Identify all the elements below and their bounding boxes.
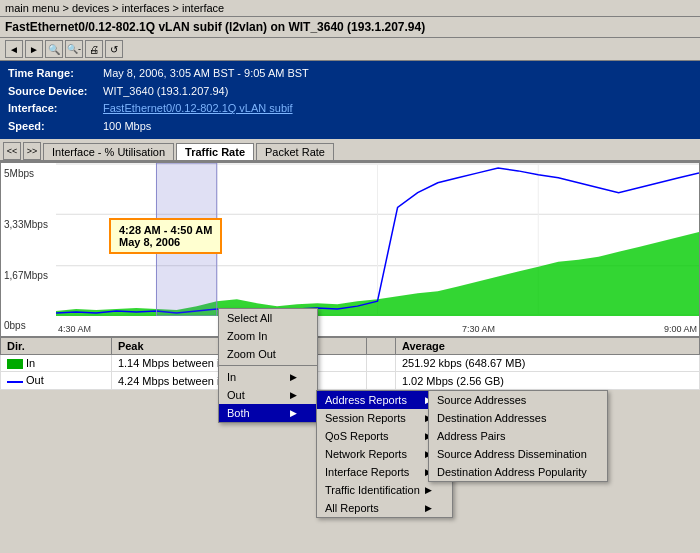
info-panel: Time Range: May 8, 2006, 3:05 AM BST - 9… bbox=[0, 61, 700, 139]
back-icon[interactable]: ◄ bbox=[5, 40, 23, 58]
legend-green bbox=[7, 359, 23, 369]
y-label-333mbps: 3,33Mbps bbox=[4, 219, 53, 230]
data-table: Dir. Peak Average In 1.14 Mbps between i… bbox=[0, 337, 700, 389]
col-average: Average bbox=[395, 338, 699, 355]
source-device-label: Source Device: bbox=[8, 83, 98, 101]
breadcrumb: main menu > devices > interfaces > inter… bbox=[0, 0, 700, 17]
menu-zoom-out[interactable]: Zoom Out bbox=[219, 345, 317, 363]
y-label-5mbps: 5Mbps bbox=[4, 168, 53, 179]
zoom-in-icon[interactable]: 🔍 bbox=[45, 40, 63, 58]
legend-blue bbox=[7, 381, 23, 383]
tab-packet-rate[interactable]: Packet Rate bbox=[256, 143, 334, 160]
tab-interface-utilisation[interactable]: Interface - % Utilisation bbox=[43, 143, 174, 160]
submenu-source-address-dissemination[interactable]: Source Address Dissemination bbox=[429, 445, 607, 463]
source-device-value: WIT_3640 (193.1.207.94) bbox=[103, 83, 228, 101]
row-in-spacer bbox=[366, 355, 395, 372]
submenu-traffic-identification[interactable]: Traffic Identification▶ bbox=[317, 481, 452, 499]
chart-area: 5Mbps 3,33Mbps 1,67Mbps 0bps 4:30 bbox=[0, 162, 700, 337]
row-out-dir: Out bbox=[1, 372, 112, 389]
chart-tooltip: 4:28 AM - 4:50 AM May 8, 2006 bbox=[109, 218, 222, 254]
row-in-average: 251.92 kbps (648.67 MB) bbox=[395, 355, 699, 372]
tooltip-line2: May 8, 2006 bbox=[119, 236, 212, 248]
tooltip-line1: 4:28 AM - 4:50 AM bbox=[119, 224, 212, 236]
page-title: FastEthernet0/0.12-802.1Q vLAN subif (l2… bbox=[0, 17, 700, 38]
chart-y-labels: 5Mbps 3,33Mbps 1,67Mbps 0bps bbox=[1, 163, 56, 336]
speed-label: Speed: bbox=[8, 118, 98, 136]
context-menu: Select All Zoom In Zoom Out In▶ Out▶ Bot… bbox=[218, 308, 318, 423]
speed-value: 100 Mbps bbox=[103, 118, 151, 136]
tab-traffic-rate[interactable]: Traffic Rate bbox=[176, 143, 254, 160]
print-icon[interactable]: 🖨 bbox=[85, 40, 103, 58]
menu-both[interactable]: Both▶ bbox=[219, 404, 317, 422]
tab-nav-next[interactable]: >> bbox=[23, 142, 41, 160]
submenu-all-reports[interactable]: All Reports▶ bbox=[317, 499, 452, 517]
menu-zoom-in[interactable]: Zoom In bbox=[219, 327, 317, 345]
time-range-label: Time Range: bbox=[8, 65, 98, 83]
refresh-icon[interactable]: ↺ bbox=[105, 40, 123, 58]
row-out-spacer bbox=[366, 372, 395, 389]
toolbar: ◄ ► 🔍 🔍- 🖨 ↺ bbox=[0, 38, 700, 61]
y-label-167mbps: 1,67Mbps bbox=[4, 270, 53, 281]
interface-link[interactable]: FastEthernet0/0.12-802.1Q vLAN subif bbox=[103, 100, 293, 118]
submenu-source-addresses[interactable]: Source Addresses bbox=[429, 391, 607, 409]
tab-nav-prev[interactable]: << bbox=[3, 142, 21, 160]
x-label-730: 7:30 AM bbox=[462, 324, 495, 334]
x-label-900: 9:00 AM bbox=[664, 324, 697, 334]
interface-label: Interface: bbox=[8, 100, 98, 118]
table-row: In 1.14 Mbps between i 251.92 kbps (648.… bbox=[1, 355, 700, 372]
y-label-0bps: 0bps bbox=[4, 320, 53, 331]
submenu-address: Source Addresses Destination Addresses A… bbox=[428, 390, 608, 482]
submenu-destination-address-popularity[interactable]: Destination Address Popularity bbox=[429, 463, 607, 481]
menu-separator bbox=[219, 365, 317, 366]
col-dir: Dir. bbox=[1, 338, 112, 355]
menu-out[interactable]: Out▶ bbox=[219, 386, 317, 404]
time-range-value: May 8, 2006, 3:05 AM BST - 9:05 AM BST bbox=[103, 65, 309, 83]
row-in-dir: In bbox=[1, 355, 112, 372]
chart-x-labels: 4:30 AM 6:00 AM 7:30 AM 9:00 AM bbox=[56, 324, 699, 334]
forward-icon[interactable]: ► bbox=[25, 40, 43, 58]
table-row: Out 4.24 Mbps between i 1.02 Mbps (2.56 … bbox=[1, 372, 700, 389]
row-out-average: 1.02 Mbps (2.56 GB) bbox=[395, 372, 699, 389]
submenu-destination-addresses[interactable]: Destination Addresses bbox=[429, 409, 607, 427]
menu-select-all[interactable]: Select All bbox=[219, 309, 317, 327]
col-spacer bbox=[366, 338, 395, 355]
x-label-430: 4:30 AM bbox=[58, 324, 91, 334]
menu-in[interactable]: In▶ bbox=[219, 368, 317, 386]
submenu-address-pairs[interactable]: Address Pairs bbox=[429, 427, 607, 445]
zoom-out-icon[interactable]: 🔍- bbox=[65, 40, 83, 58]
tabs-bar: << >> Interface - % Utilisation Traffic … bbox=[0, 139, 700, 162]
